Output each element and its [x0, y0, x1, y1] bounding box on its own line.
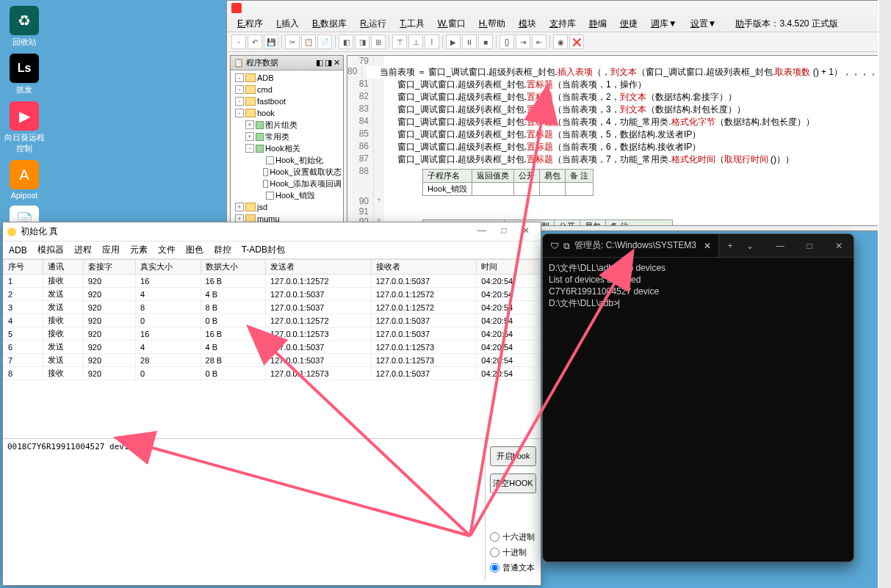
col-header[interactable]: 通讯: [43, 260, 83, 275]
tree-tool-icon[interactable]: ◨: [325, 58, 332, 68]
menu-help[interactable]: H.帮助: [473, 16, 511, 32]
start-hook-button[interactable]: 开启hook: [490, 446, 536, 466]
tb-run[interactable]: ▶: [446, 35, 461, 49]
col-header[interactable]: 时间: [477, 260, 541, 275]
menu-compile[interactable]: 静编: [583, 16, 613, 32]
tree-item[interactable]: Hook_添加表项回调: [232, 178, 342, 189]
tb-stop[interactable]: ■: [478, 35, 493, 49]
menu-app[interactable]: 应用: [102, 244, 120, 256]
menu-quick[interactable]: 便捷: [614, 16, 643, 32]
tb-btn[interactable]: ⊥: [408, 35, 423, 49]
tree-item[interactable]: -ADB: [232, 72, 342, 84]
tb-pause[interactable]: ⏸: [462, 35, 477, 49]
tree-item[interactable]: +图片组类: [232, 119, 342, 131]
maximize-icon[interactable]: □: [494, 225, 514, 239]
menu-tools[interactable]: T.工具: [394, 16, 430, 32]
tb-btn[interactable]: I: [425, 35, 439, 49]
tb-btn[interactable]: ▫: [231, 35, 246, 49]
hex-text[interactable]: 0018C7Y6R19911004527 device: [3, 439, 485, 581]
tb-btn[interactable]: ↶: [248, 35, 262, 49]
menu-module[interactable]: 模块: [513, 16, 542, 32]
tree-item[interactable]: -cmd: [232, 84, 342, 95]
tree-close-icon[interactable]: ✕: [333, 58, 340, 68]
tb-btn[interactable]: {}: [499, 35, 514, 49]
tree-item[interactable]: +常用类: [232, 131, 342, 142]
tb-btn[interactable]: ✂: [285, 35, 300, 49]
menu-adb[interactable]: ADB: [9, 245, 27, 255]
terminal-tab[interactable]: 🛡 ⧉ 管理员: C:\Windows\SYSTEM3 ✕: [543, 234, 719, 257]
menu-process[interactable]: 进程: [74, 244, 92, 256]
menu-file[interactable]: 文件: [158, 244, 176, 256]
table-row[interactable]: 6发送92044 B127.0.0.1:5037127.0.0.1:125730…: [4, 341, 541, 354]
close-icon[interactable]: ✕: [824, 234, 854, 258]
tree[interactable]: -ADB-cmd-fastboot-hook+图片组类+常用类-Hook相关Ho…: [231, 70, 343, 226]
tb-btn[interactable]: 📋: [301, 35, 316, 49]
menu-element[interactable]: 元素: [130, 244, 148, 256]
tree-item[interactable]: -Hook相关: [232, 142, 342, 154]
col-header[interactable]: 真实大小: [136, 260, 201, 275]
terminal-titlebar[interactable]: 🛡 ⧉ 管理员: C:\Windows\SYSTEM3 ✕ + ⌄ — □ ✕: [543, 234, 854, 258]
tree-item[interactable]: +jsd: [232, 201, 342, 213]
close-icon[interactable]: ✕: [516, 225, 536, 239]
code-panel[interactable]: 7980当前表项 ＝ 窗口_调试窗口.超级列表框_封包.插入表项（，到文本（窗口…: [347, 55, 887, 226]
close-tab-icon[interactable]: ✕: [704, 241, 711, 251]
col-header[interactable]: 接收者: [371, 260, 477, 275]
tree-tool-icon[interactable]: ◧: [316, 58, 323, 68]
radio-option[interactable]: 十六进制: [490, 531, 536, 542]
maximize-icon[interactable]: □: [795, 234, 824, 258]
tb-btn[interactable]: ❌: [569, 35, 584, 49]
menu-emulator[interactable]: 模拟器: [37, 244, 64, 256]
tree-item[interactable]: Hook_初始化: [232, 154, 342, 166]
tb-btn[interactable]: 💾: [264, 35, 278, 49]
tb-btn[interactable]: ⊤: [392, 35, 407, 49]
menu-settings[interactable]: 设置▼: [685, 16, 723, 32]
right-scrollbar[interactable]: [878, 0, 891, 588]
new-tab-button[interactable]: +: [719, 241, 741, 251]
debug-titlebar[interactable]: 初始化 真 — □ ✕: [3, 222, 541, 242]
menu-database[interactable]: B.数据库: [306, 16, 353, 32]
table-row[interactable]: 1接收9201616 B127.0.0.1:12572127.0.0.1:503…: [4, 275, 541, 288]
table-row[interactable]: 8接收92000 B127.0.0.1:12573127.0.0.1:50370…: [4, 367, 541, 380]
tb-btn[interactable]: ⇥: [516, 35, 530, 49]
tree-item[interactable]: -hook: [232, 107, 342, 119]
minimize-icon[interactable]: —: [765, 234, 795, 258]
packet-table-wrap[interactable]: 序号通讯套接字真实大小数据大小发送者接收者时间 1接收9201616 B127.…: [3, 259, 541, 438]
table-row[interactable]: 2发送92044 B127.0.0.1:5037127.0.0.1:125720…: [4, 288, 541, 301]
desktop-icon-recycle[interactable]: ♻回收站: [4, 6, 45, 48]
terminal-body[interactable]: D:\文件\DLL\adb>adb devicesList of devices…: [543, 258, 854, 313]
tb-btn[interactable]: ⇤: [532, 35, 546, 49]
radio-option[interactable]: 普通文本: [490, 562, 536, 573]
menu-lib[interactable]: 调库▼: [645, 16, 683, 32]
tree-item[interactable]: Hook_设置截取状态: [232, 166, 342, 178]
tb-btn[interactable]: 📄: [317, 35, 332, 49]
radio-option[interactable]: 十进制: [490, 547, 536, 558]
tb-btn[interactable]: ◨: [355, 35, 369, 49]
tab-dropdown-icon[interactable]: ⌄: [741, 241, 759, 251]
menu-support[interactable]: 支持库: [544, 16, 582, 32]
table-row[interactable]: 7发送9202828 B127.0.0.1:5037127.0.0.1:1257…: [4, 354, 541, 367]
menu-tadb[interactable]: T-ADB封包: [242, 244, 285, 256]
col-header[interactable]: 数据大小: [201, 260, 265, 275]
tb-btn[interactable]: ◉: [553, 35, 568, 49]
minimize-icon[interactable]: —: [472, 225, 492, 239]
table-row[interactable]: 4接收92000 B127.0.0.1:12572127.0.0.1:50370…: [4, 314, 541, 327]
clear-hook-button[interactable]: 清空HOOK: [490, 473, 536, 493]
menu-insert[interactable]: I.插入: [270, 16, 305, 32]
col-header[interactable]: 套接字: [83, 260, 135, 275]
table-row[interactable]: 3发送92088 B127.0.0.1:5037127.0.0.1:125720…: [4, 301, 541, 314]
desktop-icon-2[interactable]: Ls抓发: [4, 54, 45, 95]
col-header[interactable]: 序号: [4, 260, 43, 275]
tree-item[interactable]: -fastboot: [232, 95, 342, 107]
menu-window[interactable]: W.窗口: [432, 16, 472, 32]
menu-imgcolor[interactable]: 图色: [186, 244, 203, 256]
menu-group[interactable]: 群控: [214, 244, 231, 256]
col-header[interactable]: 发送者: [266, 260, 372, 275]
tb-btn[interactable]: ◧: [339, 35, 353, 49]
tb-btn[interactable]: ⊞: [371, 35, 386, 49]
tree-item[interactable]: Hook_销毁: [232, 189, 342, 201]
desktop-icon-apipost[interactable]: AApipost: [4, 160, 45, 200]
menu-run[interactable]: R.运行: [354, 16, 392, 32]
desktop-icon-sunflower[interactable]: ▶向日葵远程控制: [4, 101, 45, 154]
menu-program[interactable]: E.程序: [231, 16, 269, 32]
table-row[interactable]: 5接收9201616 B127.0.0.1:12573127.0.0.1:503…: [4, 327, 541, 341]
